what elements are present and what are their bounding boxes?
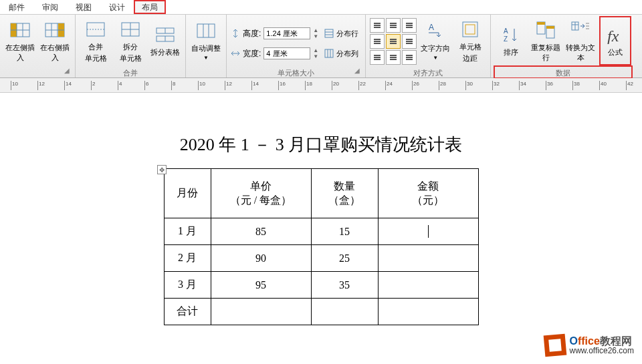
group-data: AZ 排序 重复标题行 转换为文本 fx 公式 <box>491 15 635 77</box>
watermark-brand: Office教程网 <box>570 335 635 347</box>
office-logo-icon <box>543 334 566 357</box>
svg-rect-19 <box>197 24 215 37</box>
cell-month[interactable]: 1 月 <box>164 218 211 245</box>
height-input[interactable] <box>263 27 310 39</box>
cell-amount[interactable] <box>378 245 478 272</box>
cell-total-label[interactable]: 合计 <box>164 299 211 325</box>
text-direction-button[interactable]: A 文字方向 ▼ <box>419 16 451 65</box>
autofit-button[interactable]: 自动调整 ▼ <box>190 16 222 65</box>
tab-review[interactable]: 审阅 <box>33 0 67 14</box>
align-tl[interactable] <box>370 18 385 33</box>
watermark: Office教程网 www.office26.com <box>544 335 635 356</box>
header-qty[interactable]: 数量 （盒） <box>311 169 378 218</box>
table-move-handle[interactable]: ✥ <box>157 165 167 174</box>
svg-text:A: A <box>429 23 434 32</box>
svg-rect-36 <box>546 26 554 29</box>
width-input[interactable] <box>263 47 310 59</box>
width-label: 宽度: <box>243 48 261 59</box>
tab-layout[interactable]: 布局 <box>134 0 166 14</box>
watermark-url: www.office26.com <box>570 347 635 355</box>
repeat-header-icon <box>535 19 556 41</box>
cell-price[interactable]: 85 <box>211 218 311 245</box>
table-row: 2 月 90 25 <box>164 245 478 272</box>
cell-month[interactable]: 3 月 <box>164 272 211 299</box>
group-data-label: 数据 <box>495 67 631 77</box>
insert-left-button[interactable]: 在左侧插入 <box>4 16 36 65</box>
dist-rows-icon <box>324 28 334 39</box>
split-table-button[interactable]: 拆分表格 <box>149 16 181 65</box>
cell-price[interactable]: 95 <box>211 272 311 299</box>
distribute-rows-button[interactable]: 分布行 <box>321 26 361 41</box>
merge-cells-button[interactable]: 合并 单元格 <box>80 16 112 65</box>
document-title: 2020 年 1 － 3 月口罩购买情况统计表 <box>114 120 528 156</box>
svg-rect-30 <box>465 25 475 34</box>
dialog-launcher-icon[interactable]: ◢ <box>64 67 74 76</box>
cell-amount-active[interactable] <box>378 218 478 245</box>
repeat-header-button[interactable]: 重复标题行 <box>530 16 562 65</box>
align-ml[interactable] <box>370 34 385 49</box>
header-price[interactable]: 单价 （元 / 每盒） <box>211 169 311 218</box>
align-br[interactable] <box>402 50 417 65</box>
cell-margins-button[interactable]: 单元格 边距 <box>454 16 486 65</box>
group-autofit: 自动调整 ▼ <box>186 15 227 77</box>
sort-button[interactable]: AZ 排序 <box>495 16 527 65</box>
table-insert-right-icon <box>44 19 66 41</box>
group-cellsize-label: 单元格大小 <box>231 67 361 77</box>
formula-button[interactable]: fx 公式 <box>599 16 631 65</box>
data-table[interactable]: 月份 单价 （元 / 每盒） 数量 （盒） 金额 （元） 1 月 85 15 <box>164 168 479 325</box>
horizontal-ruler: 1012142468101214161820222426283032343638… <box>0 78 642 93</box>
svg-rect-34 <box>537 22 545 25</box>
tab-mail[interactable]: 邮件 <box>0 0 33 14</box>
split-cells-button[interactable]: 拆分 单元格 <box>114 16 146 65</box>
sort-icon: AZ <box>500 24 522 45</box>
distribute-cols-button[interactable]: 分布列 <box>321 46 361 61</box>
dist-cols-icon <box>324 48 334 59</box>
table-row: 1 月 85 15 <box>164 218 478 245</box>
cell-empty[interactable] <box>378 299 478 325</box>
insert-left-label: 在左侧插入 <box>4 43 36 62</box>
spinner-icon[interactable]: ▲▼ <box>313 47 318 59</box>
cell-empty[interactable] <box>211 299 311 325</box>
group-cell-size: 高度: ▲▼ 宽度: ▲▼ 分布行 <box>227 15 366 77</box>
spinner-icon[interactable]: ▲▼ <box>313 27 318 39</box>
cell-price[interactable]: 90 <box>211 245 311 272</box>
align-bc[interactable] <box>386 50 401 65</box>
tab-view[interactable]: 视图 <box>67 0 100 14</box>
group-merge-label: 合并 <box>80 67 181 77</box>
group-alignment: A 文字方向 ▼ 单元格 边距 对齐方式 <box>366 15 491 77</box>
chevron-down-icon: ▼ <box>203 55 209 61</box>
svg-rect-22 <box>325 29 333 37</box>
width-icon <box>231 49 240 58</box>
align-tr[interactable] <box>402 18 417 33</box>
svg-text:A: A <box>504 27 508 35</box>
cell-qty[interactable]: 15 <box>311 218 378 245</box>
cell-qty[interactable]: 35 <box>311 272 378 299</box>
align-tc[interactable] <box>386 18 401 33</box>
cell-qty[interactable]: 25 <box>311 245 378 272</box>
cell-amount[interactable] <box>378 272 478 299</box>
dialog-launcher-icon[interactable]: ◢ <box>354 67 364 76</box>
align-mc[interactable] <box>386 34 401 49</box>
header-amount[interactable]: 金额 （元） <box>378 169 478 218</box>
text-direction-icon: A <box>425 20 446 41</box>
split-cells-icon <box>120 19 141 40</box>
align-bl[interactable] <box>370 50 385 65</box>
table-row: 3 月 95 35 <box>164 272 478 299</box>
ribbon: 在左侧插入 在右侧插入 ◢ 合并 单元格 <box>0 15 642 78</box>
cell-margins-icon <box>459 19 481 40</box>
tab-design[interactable]: 设计 <box>100 0 134 14</box>
page: ✥ 2020 年 1 － 3 月口罩购买情况统计表 月份 单价 （元 / 每盒）… <box>80 100 562 353</box>
align-mr[interactable] <box>402 34 417 49</box>
height-label: 高度: <box>243 28 261 39</box>
header-month[interactable]: 月份 <box>164 169 211 218</box>
convert-to-text-button[interactable]: 转换为文本 <box>564 16 597 65</box>
ribbon-tabs: 邮件 审阅 视图 设计 布局 <box>0 0 642 15</box>
cell-empty[interactable] <box>311 299 378 325</box>
svg-rect-25 <box>325 49 333 57</box>
insert-right-button[interactable]: 在右侧插入 <box>39 16 71 65</box>
svg-text:fx: fx <box>607 27 619 44</box>
cell-month[interactable]: 2 月 <box>164 245 211 272</box>
group-label <box>4 67 71 77</box>
document-area[interactable]: ✥ 2020 年 1 － 3 月口罩购买情况统计表 月份 单价 （元 / 每盒）… <box>0 93 642 364</box>
group-merge: 合并 单元格 拆分 单元格 拆分表格 合并 <box>76 15 186 77</box>
